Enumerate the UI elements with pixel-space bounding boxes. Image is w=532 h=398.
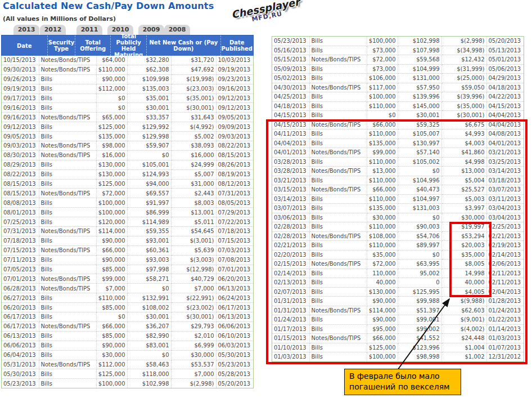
cell-net-new-cash: $(30,001) [441,111,486,120]
cell-net-new-cash: $1,004 [441,343,486,352]
cell-date: 03/21/2013 [272,176,309,185]
cell-total-offering: $110,000 [367,101,398,111]
table-row: 05/09/2013 Bills $73,000 $104,999 $(31,9… [272,64,524,74]
cell-total-offering: $110,000 [367,194,398,204]
cell-security-type: Bills [309,241,367,251]
cell-security-type: Notes/Bonds/TIPS [39,150,96,160]
cell-date-published: 09/16/2013 [216,84,253,93]
cell-publicly-held-maturing: $30,001 [127,103,171,113]
cell-security-type: Notes/Bonds/TIPS [39,227,96,236]
cell-net-new-cash: $(2,998) [441,37,486,46]
cell-total-offering: $135,000 [367,204,398,213]
cell-security-type: Notes/Bonds/TIPS [309,83,367,92]
cell-date: 05/31/2013 [2,360,39,369]
cell-net-new-cash: $5,639 [171,245,216,255]
cell-publicly-held-maturing: $59,907 [127,141,171,151]
cell-publicly-held-maturing: $93,001 [127,236,171,245]
cell-total-offering: $72,000 [96,189,127,198]
table-row: 06/13/2013 Bills $85,000 $82,990 $2,010 … [2,331,253,341]
cell-date-published: 05/28/2013 [216,369,253,379]
year-tab[interactable]: 2012 [40,25,66,35]
cell-security-type: Notes/Bonds/TIPS [309,231,367,241]
cell-net-new-cash: $7,000 [171,369,216,379]
column-header: Total Publicly Held Maturing [111,35,147,56]
cell-publicly-held-maturing: $91,997 [127,198,171,208]
year-tab[interactable]: 2008 [164,25,190,35]
cell-total-offering: $100,000 [367,37,398,46]
cell-publicly-held-maturing: $58,271 [127,274,171,284]
column-header: Date [2,35,48,56]
cell-date: 03/28/2013 [272,167,309,176]
cell-net-new-cash: $6,675 [441,120,486,129]
table-row: 03/07/2013 Bills $135,000 $131,003 $3,99… [272,204,524,213]
cell-date-published: 09/12/2013 [216,93,253,103]
cell-date-published: 02/25/2013 [486,222,524,232]
cell-total-offering: $135,000 [96,132,127,141]
cell-publicly-held-maturing: $0 [127,350,171,360]
cell-date-published: 05/06/2013 [486,64,524,74]
cell-publicly-held-maturing: $105,002 [398,157,441,167]
table-row: 09/12/2013 Bills $125,000 $129,992 $(4,9… [2,122,253,132]
cell-total-offering: $108,000 [367,231,398,241]
cell-net-new-cash: 14,998 [441,269,486,278]
cell-total-offering: $110,000 [367,176,398,185]
year-tab[interactable]: 2011 [76,25,102,35]
table-row: 06/06/2013 Bills $90,000 $83,001 $6,999 … [2,341,253,350]
table-row: 06/27/2013 Bills $110,000 $132,991 $(22,… [2,293,253,303]
cell-publicly-held-maturing: $35,001 [127,93,171,103]
cell-security-type: Bills [309,278,367,288]
cell-net-new-cash: $2,010 [171,331,216,341]
cell-net-new-cash: $(25,000) [441,74,486,83]
cell-security-type: Bills [39,160,96,169]
cell-net-new-cash: $(3,003) [171,255,216,265]
cell-net-new-cash: $29,793 [171,321,216,331]
cell-total-offering: $100,000 [96,208,127,217]
cell-security-type: Notes/Bonds/TIPS [39,113,96,122]
cell-net-new-cash: $4,998 [441,157,486,167]
table-row: 08/29/2013 Bills $130,000 $105,001 $24,9… [2,160,253,169]
cell-net-new-cash: $(23,002) [171,303,216,312]
cell-net-new-cash: $(9,001) [441,315,486,325]
table-row: 07/31/2013 Notes/Bonds/TIPS $114,000 $59… [2,227,253,236]
cell-date: 02/13/2013 [272,278,309,288]
cell-publicly-held-maturing: $125,995 [398,287,441,297]
cell-publicly-held-maturing: $94,000 [127,179,171,189]
cell-security-type: Bills [39,217,96,227]
year-tab[interactable]: 2013 [13,25,39,35]
cell-security-type: Bills [309,343,367,352]
cell-date-published: 07/15/2013 [216,236,253,245]
cell-net-new-cash: $(35,000) [441,101,486,111]
table-row: 07/15/2013 Notes/Bonds/TIPS $66,000 $60,… [2,245,253,255]
table-row: 08/08/2013 Bills $100,000 $91,997 $8,003… [2,198,253,208]
table-row: 10/15/2013 Notes/Bonds/TIPS $64,000 $32,… [2,56,253,65]
cell-publicly-held-maturing: $58,463 [127,360,171,369]
cell-publicly-held-maturing: $30,001 [127,312,171,322]
cell-publicly-held-maturing: $0 [398,250,441,260]
table-row: 01/31/2013 Bills $90,000 $99,988 $(9,988… [272,297,524,306]
cell-security-type: Bills [39,74,96,84]
cell-publicly-held-maturing: $82,990 [127,331,171,341]
table-row: 04/25/2013 Bills $100,000 $139,996 $(39,… [272,92,524,102]
cell-date: 10/15/2013 [2,56,39,65]
cell-total-offering: $100,000 [367,92,398,102]
cell-security-type: Bills [39,350,96,360]
cell-security-type: Bills [39,103,96,113]
cell-date: 06/28/2013 [2,284,39,293]
cell-date-published: 06/20/2013 [216,274,253,284]
cell-publicly-held-maturing: $102,998 [398,37,441,46]
table-row: 01/31/2013 Notes/Bonds/TIPS $114,000 $51… [272,306,524,315]
table-row: 02/07/2013 Bills $130,000 $125,995 $4,00… [272,287,524,297]
table-row: 06/20/2013 Bills $85,000 $108,002 $(23,0… [2,303,253,312]
cell-publicly-held-maturing: $108,002 [127,303,171,312]
cell-net-new-cash: $13,001 [171,208,216,217]
cell-publicly-held-maturing: $104,999 [398,64,441,74]
cell-total-offering: $125,000 [96,122,127,132]
cell-total-offering: $120,000 [96,217,127,227]
cell-date-published: 02/19/2013 [486,241,524,251]
cell-date-published: 06/17/2013 [216,303,253,312]
table-row: 01/17/2013 Bills $95,000 $99,002 $(4,002… [272,324,524,334]
cell-publicly-held-maturing: $63,995 [398,260,441,269]
cell-publicly-held-maturing: $145,000 [398,101,441,111]
table-row: 07/01/2013 Notes/Bonds/TIPS $99,000 $58,… [2,274,253,284]
cell-date-published: 12/31/2012 [486,352,524,361]
